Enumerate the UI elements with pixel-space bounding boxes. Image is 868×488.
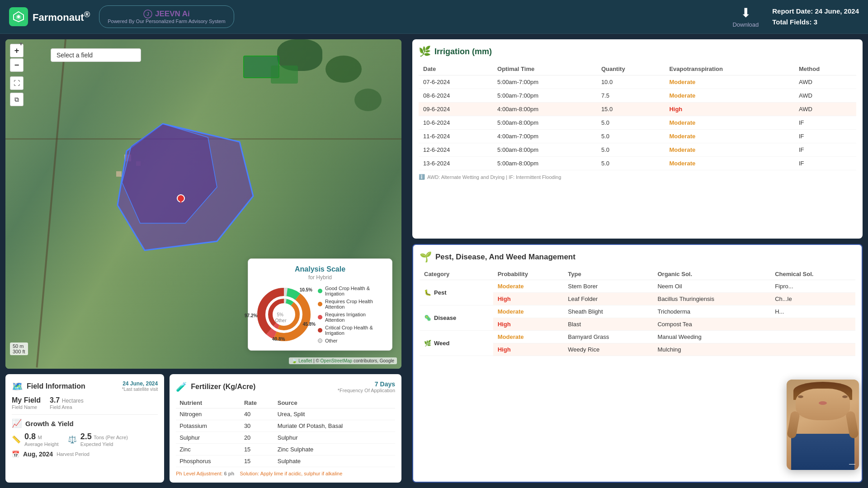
field-selector[interactable]: Select a field: [51, 48, 141, 62]
report-info: Report Date: 24 June, 2024 Total Fields:…: [772, 6, 859, 28]
fert-nutrient: Nitrogen: [176, 408, 241, 420]
irr-col-method: Method: [794, 63, 856, 75]
irr-qty: 5.0: [597, 143, 665, 157]
irr-row: 12-6-2024 5:00am-8:00pm 5.0 Moderate IF: [419, 143, 856, 157]
pest-prob: High: [493, 343, 564, 356]
pest-organic: Compost Tea: [653, 318, 770, 331]
field-name-label: Field Name: [12, 404, 41, 410]
leaflet-link[interactable]: Leaflet: [298, 358, 312, 363]
pest-category: 🌿 Weed: [420, 331, 493, 356]
pest-col-chemical: Chemical Sol.: [770, 268, 855, 280]
map-attribution: 🍃 Leaflet | © OpenStreetMap contributors…: [289, 357, 397, 364]
app-header: Farmonaut® J JEEVN Ai Powered By Our Per…: [0, 0, 868, 34]
svg-point-0: [17, 15, 20, 18]
irr-col-qty: Quantity: [597, 63, 665, 75]
pest-row: 🌿 Weed Moderate Barnyard Grass Manual We…: [420, 331, 855, 343]
irr-col-evap: Evapotranspiration: [665, 63, 794, 75]
irr-qty: 15.0: [597, 103, 665, 116]
harvest-row: 📅 Aug, 2024 Harvest Period: [12, 450, 158, 458]
irr-date: 11-6-2024: [419, 130, 493, 143]
download-button[interactable]: ⬇ Download: [732, 5, 759, 28]
field-date-sub: *Last satellite visit: [122, 387, 158, 392]
map-container[interactable]: + − ⛶ ⧉ Select a field 50 m 300 ft 🍃 Lea…: [5, 39, 401, 369]
divider: [12, 414, 158, 415]
fert-source: Sulphur: [274, 432, 395, 444]
field-info-panel: 🗺️ Field Information 24 June, 2024 *Last…: [5, 374, 164, 483]
fert-row: Phosphorus 15 Sulphate: [176, 455, 395, 467]
osm-link[interactable]: OpenStreetMap: [321, 358, 353, 363]
jeevn-brand: J JEEVN Ai: [143, 9, 190, 19]
layers-button[interactable]: ⧉: [10, 93, 24, 106]
irr-method: AWD: [794, 89, 856, 103]
pest-prob: High: [493, 293, 564, 305]
harvest-value: Aug, 2024: [23, 450, 53, 458]
irr-row: 11-6-2024 4:00am-7:00pm 5.0 Moderate IF: [419, 130, 856, 143]
zoom-out-button[interactable]: −: [10, 58, 24, 72]
irr-row: 08-6-2024 5:00am-7:00pm 7.5 Moderate AWD: [419, 89, 856, 103]
pest-prob: High: [493, 318, 564, 331]
height-item: 📏 0.8 M Average Height: [12, 432, 59, 447]
fert-note: Ph Level Adjustment: 6 ph Solution: Appl…: [176, 471, 395, 476]
legend-dot-critical: [318, 328, 322, 333]
field-icon: 🗺️: [12, 381, 23, 392]
pest-chemical: [770, 331, 855, 343]
fert-rate: 15: [241, 444, 274, 455]
irr-evap: Moderate: [665, 157, 794, 170]
irr-time: 5:00am-8:00pm: [493, 143, 597, 157]
irr-evap: Moderate: [665, 89, 794, 103]
yield-value: 2.5: [80, 432, 92, 441]
legend-irr: Requires Irrigation Attention: [318, 312, 386, 323]
fert-nutrient: Zinc: [176, 444, 241, 455]
fert-icon: 🧪: [176, 381, 187, 392]
pest-table: Category Probability Type Organic Sol. C…: [420, 268, 855, 356]
irr-date: 12-6-2024: [419, 143, 493, 157]
fert-title: Fertilizer (Kg/Acre): [191, 383, 255, 391]
irr-row: 13-6-2024 5:00am-8:00pm 5.0 Moderate IF: [419, 157, 856, 170]
growth-icon: 📈: [12, 418, 22, 428]
zoom-in-button[interactable]: +: [10, 44, 24, 57]
pest-chemical: Fipro...: [770, 280, 855, 293]
irr-col-time: Optimal Time: [493, 63, 597, 75]
fert-nutrient: Sulphur: [176, 432, 241, 444]
fert-source: Muriate Of Potash, Basal: [274, 420, 395, 432]
pest-prob: Moderate: [493, 305, 564, 318]
fert-nutrient: Potassium: [176, 420, 241, 432]
height-value: 0.8: [24, 432, 36, 441]
fert-source: Sulphate: [274, 455, 395, 467]
fertilizer-table: Nutrient Rate Source Nitrogen 40 Urea, S…: [176, 398, 395, 467]
field-name-box: My Field Field Name: [12, 396, 41, 410]
download-icon: ⬇: [741, 5, 751, 20]
pest-col-organic: Organic Sol.: [653, 268, 770, 280]
app-logo-text: Farmonaut®: [33, 9, 90, 23]
pct-label-crop: 45.8%: [303, 322, 316, 327]
irrigation-header: 🌿 Irrigation (mm): [419, 46, 856, 57]
irr-time: 5:00am-8:00pm: [493, 157, 597, 170]
chart-legend: Good Crop Health & Irrigation Requires C…: [318, 286, 386, 343]
legend-dot-good: [318, 289, 322, 293]
yield-label: Expected Yield: [80, 441, 128, 447]
fullscreen-button[interactable]: ⛶: [10, 76, 24, 90]
pest-chemical: H...: [770, 305, 855, 318]
pest-type: Leaf Folder: [563, 293, 653, 305]
irr-method: IF: [794, 143, 856, 157]
irrigation-panel: 🌿 Irrigation (mm) Date Optimal Time Quan…: [412, 39, 863, 239]
fertilizer-header: 🧪 Fertilizer (Kg/Acre) 7 Days *Frequency…: [176, 380, 395, 393]
irr-method: IF: [794, 116, 856, 130]
irr-method: IF: [794, 130, 856, 143]
fert-row: Zinc 15 Zinc Sulphate: [176, 444, 395, 455]
video-avatar: —: [787, 380, 859, 470]
legend-dot-irr: [318, 315, 322, 319]
pest-organic: Trichoderma: [653, 305, 770, 318]
legend-critical: Critical Crop Health & Irrigation: [318, 325, 386, 336]
fert-rate: 40: [241, 408, 274, 420]
pest-organic: Neem Oil: [653, 280, 770, 293]
field-info-title: Field Information: [27, 382, 85, 390]
logo-icon: [9, 7, 28, 26]
analysis-scale-title: Analysis Scale: [255, 265, 386, 273]
other-label: Other: [275, 318, 287, 323]
pest-header: 🌱 Pest, Disease, And Weed Management: [420, 251, 855, 263]
fertilizer-panel: 🧪 Fertilizer (Kg/Acre) 7 Days *Frequency…: [170, 374, 401, 483]
irr-evap: Moderate: [665, 75, 794, 89]
video-minimize-button[interactable]: —: [849, 460, 855, 467]
irr-date: 13-6-2024: [419, 157, 493, 170]
